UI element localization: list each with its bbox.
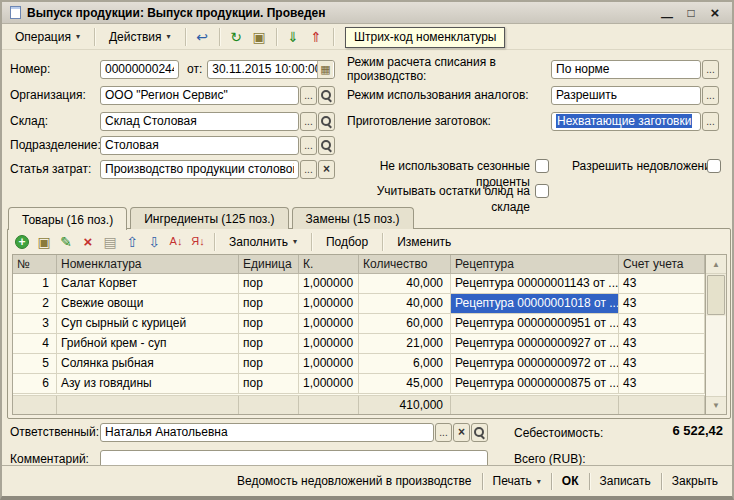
cell-unit[interactable]: пор [239, 354, 299, 374]
table-row[interactable]: 3Суп сырный с курицейпор1,00000060,000Ре… [13, 314, 705, 334]
cell-qty[interactable]: 45,000 [359, 374, 451, 394]
column-header-num[interactable]: № [13, 255, 57, 274]
copy-row-button[interactable]: ▣ [34, 232, 54, 252]
cell-recipe[interactable]: Рецептура 00000000972 от ... [451, 354, 619, 374]
date-field[interactable]: 30.11.2015 10:00:00 ▦ [207, 60, 335, 79]
refresh-button[interactable]: ↻ [226, 26, 247, 47]
cell-name[interactable]: Салат Корвет [57, 274, 239, 294]
delete-row-button[interactable]: × [78, 232, 98, 252]
department-select-button[interactable]: ... [300, 136, 317, 155]
analog-mode-field[interactable]: Разрешить [551, 86, 701, 105]
calendar-icon[interactable]: ▦ [317, 61, 333, 78]
cost-item-clear-button[interactable]: × [318, 160, 335, 179]
cell-k[interactable]: 1,000000 [299, 294, 359, 314]
cell-name[interactable]: Свежие овощи [57, 294, 239, 314]
cell-unit[interactable]: пор [239, 274, 299, 294]
responsible-field[interactable]: Наталья Анатольевна [100, 423, 434, 442]
cell-recipe[interactable]: Рецептура 00000000875 от ... [451, 374, 619, 394]
warehouse-select-button[interactable]: ... [300, 112, 317, 131]
cell-account[interactable]: 43 [619, 314, 705, 334]
shortage-report-button[interactable]: Ведомость недовложений в производстве [227, 470, 481, 492]
column-header-name[interactable]: Номенклатура [57, 255, 239, 274]
cell-k[interactable]: 1,000000 [299, 374, 359, 394]
copy-button[interactable]: ▣ [249, 26, 270, 47]
cell-name[interactable]: Азу из говядины [57, 374, 239, 394]
cell-name[interactable]: Грибной крем - суп [57, 334, 239, 354]
organization-select-button[interactable]: ... [300, 86, 317, 105]
minimize-button[interactable]: — [658, 6, 676, 20]
cell-qty[interactable]: 60,000 [359, 314, 451, 334]
cell-qty[interactable]: 40,000 [359, 274, 451, 294]
cell-name[interactable]: Суп сырный с курицей [57, 314, 239, 334]
close-button[interactable]: × [706, 4, 724, 21]
table-row[interactable]: 4Грибной крем - суппор1,00000021,000Реце… [13, 334, 705, 354]
cell-recipe[interactable]: Рецептура 00000001143 от ... [451, 274, 619, 294]
cell-num[interactable]: 6 [13, 374, 57, 394]
column-header-k[interactable]: К. [299, 255, 359, 274]
cell-k[interactable]: 1,000000 [299, 274, 359, 294]
cell-k[interactable]: 1,000000 [299, 354, 359, 374]
reread-button[interactable]: ↩ [192, 26, 213, 47]
cell-account[interactable]: 43 [619, 294, 705, 314]
add-row-button[interactable]: + [12, 232, 32, 252]
cell-account[interactable]: 43 [619, 334, 705, 354]
cell-num[interactable]: 2 [13, 294, 57, 314]
number-field[interactable]: 00000000244 [100, 60, 179, 79]
tab-replacements[interactable]: Замены (15 поз.) [292, 207, 414, 229]
unpost-document-button[interactable]: ⇑ [306, 26, 327, 47]
close-form-button[interactable]: Закрыть [662, 470, 728, 492]
department-field[interactable]: Столовая [100, 136, 299, 155]
department-open-button[interactable] [318, 136, 335, 155]
cell-recipe[interactable]: Рецептура 00000001018 от ... [451, 294, 619, 314]
cell-num[interactable]: 1 [13, 274, 57, 294]
vertical-scrollbar[interactable]: ▲ ▼ [706, 254, 727, 415]
cost-item-select-button[interactable]: ... [300, 160, 317, 179]
cell-qty[interactable]: 40,000 [359, 294, 451, 314]
cell-unit[interactable]: пор [239, 374, 299, 394]
cell-num[interactable]: 4 [13, 334, 57, 354]
cell-num[interactable]: 3 [13, 314, 57, 334]
table-row[interactable]: 2Свежие овощипор1,00000040,000Рецептура … [13, 294, 705, 314]
save-button[interactable]: Записать [590, 470, 661, 492]
move-down-button[interactable]: ⇩ [144, 232, 164, 252]
print-button[interactable]: Печать ▾ [483, 470, 551, 492]
cell-recipe[interactable]: Рецептура 00000000927 от ... [451, 334, 619, 354]
cell-recipe[interactable]: Рецептура 00000000951 от ... [451, 314, 619, 334]
ok-button[interactable]: ОК [552, 470, 589, 492]
column-header-recipe[interactable]: Рецептура [451, 255, 619, 274]
cell-qty[interactable]: 6,000 [359, 354, 451, 374]
column-header-qty[interactable]: Количество [359, 255, 451, 274]
table-row[interactable]: 6Азу из говядиныпор1,00000045,000Рецепту… [13, 374, 705, 394]
tab-ingredients[interactable]: Ингредиенты (125 поз.) [130, 207, 288, 229]
cell-num[interactable]: 5 [13, 354, 57, 374]
warehouse-field[interactable]: Склад Столовая [100, 112, 299, 131]
sort-ascending-button[interactable]: А↓ [166, 232, 186, 252]
tab-goods[interactable]: Товары (16 поз.) [8, 207, 127, 230]
cell-unit[interactable]: пор [239, 334, 299, 354]
table-row[interactable]: 1Салат Корветпор1,00000040,000Рецептура … [13, 274, 705, 294]
dish-remainder-checkbox[interactable] [535, 184, 549, 198]
sort-descending-button[interactable]: Я↓ [188, 232, 208, 252]
warehouse-open-button[interactable] [318, 112, 335, 131]
analog-mode-select-button[interactable]: ... [702, 86, 719, 105]
actions-menu-button[interactable]: Действия ▾ [101, 26, 179, 48]
maximize-button[interactable]: □ [682, 6, 700, 20]
responsible-select-button[interactable]: ... [435, 423, 452, 442]
cell-unit[interactable]: пор [239, 314, 299, 334]
pick-button[interactable]: Подбор [318, 231, 376, 253]
organization-field[interactable]: ООО "Регион Сервис" [100, 86, 299, 105]
seasonal-percent-checkbox[interactable] [535, 159, 549, 173]
cell-k[interactable]: 1,000000 [299, 334, 359, 354]
writeoff-mode-field[interactable]: По норме [551, 60, 701, 79]
blank-prep-select-button[interactable]: ... [702, 112, 719, 131]
cell-unit[interactable]: пор [239, 294, 299, 314]
scroll-up-icon[interactable]: ▲ [706, 255, 726, 274]
edit-row-button[interactable]: ✎ [56, 232, 76, 252]
column-header-account[interactable]: Счет учета [619, 255, 705, 274]
cost-item-field[interactable]: Производство продукции столовой [100, 160, 299, 179]
scroll-down-icon[interactable]: ▼ [706, 396, 726, 414]
cell-account[interactable]: 43 [619, 354, 705, 374]
organization-open-button[interactable] [318, 86, 335, 105]
scrollbar-track[interactable] [706, 316, 726, 396]
responsible-open-button[interactable] [471, 423, 488, 442]
